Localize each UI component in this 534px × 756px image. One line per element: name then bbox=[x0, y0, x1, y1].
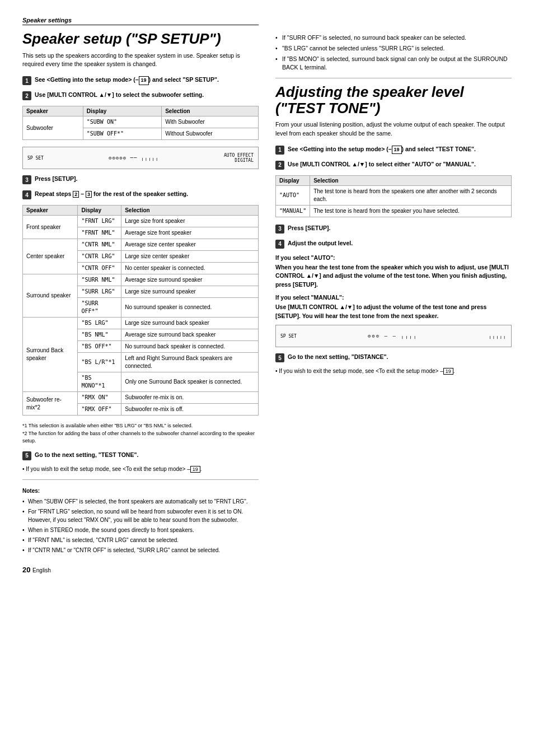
cell-speaker: Subwoofer bbox=[23, 116, 83, 140]
manual-title: If you select "MANUAL": bbox=[275, 294, 512, 301]
cell-sel: Average size center speaker bbox=[121, 239, 259, 251]
cell-display: "SUBW ON" bbox=[83, 116, 161, 128]
cell-subwoofer-remix: Subwoofer re-mix*2 bbox=[23, 392, 78, 416]
step-2-right: 2 Use [MULTI CONTROL ▲/▼] to select eith… bbox=[275, 160, 512, 170]
cell-disp: "BS LRG" bbox=[78, 318, 121, 329]
cell-selection: With Subwoofer bbox=[162, 116, 259, 128]
col-selection: Selection bbox=[121, 206, 259, 216]
cell-disp: "RMX OFF" bbox=[78, 404, 121, 416]
table-row: Surround speaker "SURR NML" Average size… bbox=[23, 274, 259, 286]
bullet-item: If "SURR OFF" is selected, no surround b… bbox=[275, 34, 512, 43]
note-item: If "CNTR NML" or "CNTR OFF" is selected,… bbox=[22, 546, 259, 554]
table-row: Subwoofer "SUBW ON" With Subwoofer bbox=[23, 116, 259, 128]
step-4-r-text: Adjust the output level. bbox=[288, 239, 353, 248]
step-num-r1: 1 bbox=[275, 146, 284, 155]
subwoofer-table: Speaker Display Selection Subwoofer "SUB… bbox=[22, 106, 259, 140]
cell-display: "SUBW OFF*" bbox=[83, 128, 161, 140]
footnotes: *1 This selection is available when eith… bbox=[22, 422, 259, 445]
step-1-left: 1 See <Getting into the setup mode> (–19… bbox=[22, 76, 259, 85]
auto-title: If you select "AUTO": bbox=[275, 254, 512, 261]
bullet-item: "BS LRG" cannot be selected unless "SURR… bbox=[275, 44, 512, 53]
cell-sel: Large size surround speaker bbox=[121, 286, 259, 298]
step-num-1: 1 bbox=[22, 76, 31, 85]
cell-disp: "FRNT NML" bbox=[78, 227, 121, 239]
cell-sel: No surround back speaker is connected. bbox=[121, 341, 259, 353]
step-5-r-text: Go to the next setting, "DISTANCE". bbox=[288, 353, 388, 362]
page-ref-r5: 19 bbox=[443, 368, 453, 375]
cell-disp: "SURR OFF*" bbox=[78, 298, 121, 318]
table-row: Front speaker "FRNT LRG" Large size fron… bbox=[23, 216, 259, 227]
cell-selection: Without Subwoofer bbox=[162, 128, 259, 140]
step-num-4: 4 bbox=[22, 190, 31, 199]
note-item: When in STEREO mode, the sound goes dire… bbox=[22, 526, 259, 534]
diag-r-center: ⊙⊙⊙ – – ╷╷╷╷ bbox=[368, 333, 418, 339]
left-column: Speaker settings Speaker setup ("SP SETU… bbox=[22, 17, 259, 574]
goto-note-right: • If you wish to exit the setup mode, se… bbox=[275, 368, 512, 375]
cell-disp: "SURR LRG" bbox=[78, 286, 121, 298]
page-layout: Speaker settings Speaker setup ("SP SETU… bbox=[22, 17, 512, 574]
diag-r-right: ╷╷╷╷╷ bbox=[489, 333, 507, 339]
display-diagram-1: SP SET ⊙⊙⊙⊙⊙ ── ╷╷╷╷╷ AUTO EFFECTDIGITAL bbox=[22, 147, 259, 169]
speaker-table: Speaker Display Selection Front speaker … bbox=[22, 205, 259, 416]
cell-sel: Large size center speaker bbox=[121, 251, 259, 263]
cell-disp: "RMX ON" bbox=[78, 392, 121, 404]
step-3-right: 3 Press [SETUP]. bbox=[275, 224, 512, 234]
step-1-r-text: See <Getting into the setup mode> (–19) … bbox=[288, 145, 476, 155]
diagram-center: ⊙⊙⊙⊙⊙ ── ╷╷╷╷╷ bbox=[109, 155, 159, 161]
goto-note-left: • If you wish to exit the setup mode, se… bbox=[22, 466, 259, 473]
col-display-r: Display bbox=[276, 175, 310, 185]
auto-manual-table: Display Selection "AUTO" The test tone i… bbox=[275, 175, 512, 217]
cell-auto-desc: The test tone is heard from the speakers… bbox=[310, 185, 512, 205]
cell-sel: Subwoofer re-mix is on. bbox=[121, 392, 259, 404]
step-5-text: Go to the next setting, "TEST TONE". bbox=[35, 451, 138, 460]
intro-text-left: This sets up the speakers according to t… bbox=[22, 52, 259, 69]
intro-text-right: From your usual listening position, adju… bbox=[275, 120, 512, 138]
table-row: Surround Backspeaker "BS LRG" Large size… bbox=[23, 318, 259, 329]
cell-sel: Left and Right Surround Back speakers ar… bbox=[121, 353, 259, 372]
diag-r-left: SP SET bbox=[280, 334, 297, 339]
step-num-3: 3 bbox=[22, 175, 31, 184]
display-diagram-2: SP SET ⊙⊙⊙ – – ╷╷╷╷ ╷╷╷╷╷ bbox=[275, 325, 512, 347]
step-4-text: Repeat steps 2 – 3 for the rest of the s… bbox=[35, 190, 188, 199]
notes-title: Notes: bbox=[22, 487, 259, 495]
step-3-text: Press [SETUP]. bbox=[35, 175, 77, 184]
footnote-2: *2 The function for adding the bass of o… bbox=[22, 430, 259, 445]
diagram-right: AUTO EFFECTDIGITAL bbox=[224, 153, 254, 163]
step-5-left: 5 Go to the next setting, "TEST TONE". bbox=[22, 451, 259, 460]
auto-text: When you hear the test tone from the spe… bbox=[275, 263, 512, 290]
diagram-left-label: SP SET bbox=[27, 156, 44, 161]
cell-sel: Only one Surround Back speaker is connec… bbox=[121, 372, 259, 392]
step-5-right: 5 Go to the next setting, "DISTANCE". bbox=[275, 353, 512, 362]
table-row: Subwoofer re-mix*2 "RMX ON" Subwoofer re… bbox=[23, 392, 259, 404]
cell-disp: "SURR NML" bbox=[78, 274, 121, 286]
footnote-1: *1 This selection is available when eith… bbox=[22, 422, 259, 430]
table-row: "AUTO" The test tone is heard from the s… bbox=[276, 185, 512, 205]
cell-surround: Surround speaker bbox=[23, 274, 78, 318]
cell-disp: "FRNT LRG" bbox=[78, 216, 121, 227]
cell-front: Front speaker bbox=[23, 216, 78, 239]
step-3-left: 3 Press [SETUP]. bbox=[22, 175, 259, 184]
cell-sel: Average size surround speaker bbox=[121, 274, 259, 286]
main-title-left: Speaker setup ("SP SETUP") bbox=[22, 31, 259, 47]
step-4-right: 4 Adjust the output level. bbox=[275, 239, 512, 249]
page-ref-5-left: 19 bbox=[190, 466, 200, 473]
step-num-5: 5 bbox=[22, 451, 31, 460]
cell-manual-desc: The test tone is heard from the speaker … bbox=[310, 205, 512, 217]
bullet-item: If "BS MONO" is selected, surround back … bbox=[275, 55, 512, 73]
note-item: For "FRNT LRG" selection, no sound will … bbox=[22, 507, 259, 524]
cell-sel: No center speaker is connected. bbox=[121, 263, 259, 274]
cell-disp: "BS NML" bbox=[78, 329, 121, 341]
step-3-r-text: Press [SETUP]. bbox=[288, 224, 330, 233]
step-1-text: See <Getting into the setup mode> (–19) … bbox=[35, 76, 219, 85]
col-header-display: Display bbox=[83, 106, 161, 116]
cell-disp: "BS OFF*" bbox=[78, 341, 121, 353]
page-ref-1: 19 bbox=[139, 76, 149, 85]
section-header-left: Speaker settings bbox=[22, 17, 259, 25]
cell-disp: "CNTR LRG" bbox=[78, 251, 121, 263]
col-display: Display bbox=[78, 206, 121, 216]
step-num-r5: 5 bbox=[275, 353, 284, 362]
cell-disp: "CNTR OFF" bbox=[78, 263, 121, 274]
page-number: 20 English bbox=[22, 566, 259, 574]
manual-text: Use [MULTI CONTROL ▲/▼] to adjust the vo… bbox=[275, 303, 512, 321]
step-4-left: 4 Repeat steps 2 – 3 for the rest of the… bbox=[22, 190, 259, 199]
